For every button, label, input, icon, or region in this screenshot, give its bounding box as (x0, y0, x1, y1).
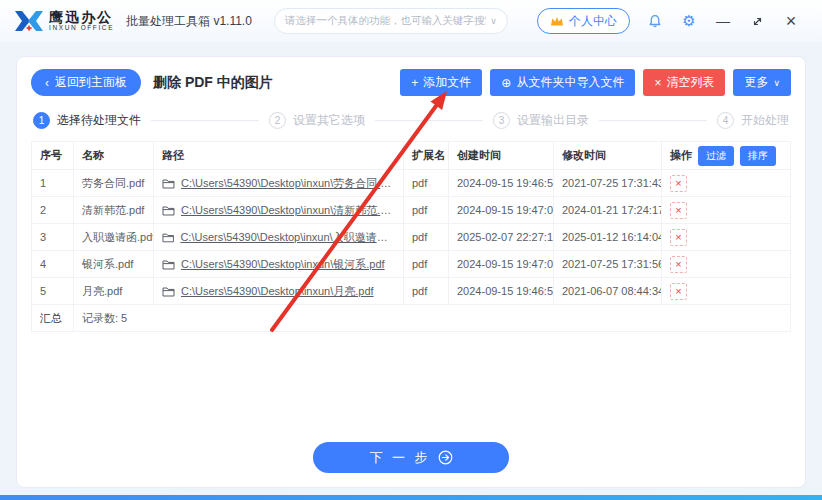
cell-actions: × (662, 197, 791, 224)
delete-row-button[interactable]: × (670, 229, 687, 246)
step-1-label: 选择待处理文件 (57, 112, 141, 129)
next-step-button[interactable]: 下 一 步 (313, 442, 509, 473)
table-row: 1 劳务合同.pdf C:\Users\54390\Desktop\inxun\… (32, 170, 791, 197)
chevron-down-icon: ∨ (490, 16, 497, 26)
cell-path: C:\Users\54390\Desktop\inxun\银河系.pdf (154, 251, 404, 278)
file-path-link[interactable]: C:\Users\54390\Desktop\inxun\银河系.pdf (181, 257, 385, 272)
cell-actions: × (662, 224, 791, 251)
close-button[interactable]: × (774, 6, 808, 36)
table-row: 5 月亮.pdf C:\Users\54390\Desktop\inxun\月亮… (32, 278, 791, 305)
back-button-label: 返回到主面板 (55, 74, 127, 91)
col-actions: 操作 过滤 排序 (662, 142, 791, 170)
cell-created: 2025-02-07 22:27:14 (449, 224, 554, 251)
step-3-label: 设置输出目录 (517, 112, 589, 129)
delete-row-button[interactable]: × (670, 256, 687, 273)
cell-name: 银河系.pdf (74, 251, 154, 278)
cell-actions: × (662, 170, 791, 197)
footer-row: 下 一 步 (31, 442, 791, 477)
delete-row-button[interactable]: × (670, 202, 687, 219)
step-connector (599, 120, 707, 121)
step-2-number: 2 (269, 112, 286, 129)
delete-row-button[interactable]: × (670, 283, 687, 300)
sort-button[interactable]: 排序 (740, 146, 776, 166)
minimize-button[interactable]: — (706, 6, 740, 36)
cell-path: C:\Users\54390\Desktop\inxun\清新韩范.pdf (154, 197, 404, 224)
cell-created: 2024-09-15 19:46:57 (449, 170, 554, 197)
search-placeholder: 请选择一个具体的功能，也可输入关键字搜索！ (285, 14, 486, 28)
cell-created: 2024-09-15 19:47:00 (449, 251, 554, 278)
app-logo: 鹰迅办公 INXUN OFFICE (14, 9, 114, 33)
cell-modified: 2021-07-25 17:31:43 (554, 170, 662, 197)
delete-row-button[interactable]: × (670, 175, 687, 192)
file-path-link[interactable]: C:\Users\54390\Desktop\inxun\清新韩范.pdf (181, 203, 395, 218)
function-search-select[interactable]: 请选择一个具体的功能，也可输入关键字搜索！ ∨ (274, 8, 508, 34)
file-path-link[interactable]: C:\Users\54390\Desktop\inxun\月亮.pdf (181, 284, 374, 299)
back-to-dashboard-button[interactable]: ‹ 返回到主面板 (31, 69, 141, 96)
folder-icon (162, 205, 175, 216)
step-start-processing: 4 开始处理 (717, 112, 789, 129)
brand-name-en: INXUN OFFICE (49, 24, 114, 32)
filter-button[interactable]: 过滤 (698, 146, 734, 166)
cell-ext: pdf (404, 170, 449, 197)
title-bar: 鹰迅办公 INXUN OFFICE 批量处理工具箱 v1.11.0 请选择一个具… (0, 0, 822, 42)
table-row: 3 入职邀请函.pdf C:\Users\54390\Desktop\inxun… (32, 224, 791, 251)
notification-bell-icon[interactable] (638, 6, 672, 36)
folder-icon (162, 259, 175, 270)
page-title: 删除 PDF 中的图片 (153, 74, 273, 92)
file-path-link[interactable]: C:\Users\54390\Desktop\inxun\劳务合同.pdf (181, 176, 395, 191)
cell-modified: 2024-01-21 17:24:17 (554, 197, 662, 224)
cell-ext: pdf (404, 278, 449, 305)
chevron-left-icon: ‹ (45, 76, 49, 90)
brand-name-cn: 鹰迅办公 (49, 10, 114, 24)
cell-name: 劳务合同.pdf (74, 170, 154, 197)
step-2-label: 设置其它选项 (293, 112, 365, 129)
step-other-options: 2 设置其它选项 (269, 112, 365, 129)
add-file-button[interactable]: + 添加文件 (400, 69, 482, 96)
cell-path: C:\Users\54390\Desktop\inxun\入职邀请函.pdf (154, 224, 404, 251)
action-toolbar: ‹ 返回到主面板 删除 PDF 中的图片 + 添加文件 ⊕ 从文件夹中导入文件 … (31, 69, 791, 96)
step-output-dir: 3 设置输出目录 (493, 112, 589, 129)
folder-icon (162, 232, 174, 243)
personal-center-button[interactable]: 个人中心 (537, 8, 630, 34)
more-label: 更多 (744, 74, 768, 91)
settings-gear-icon[interactable]: ⚙ (672, 6, 706, 36)
import-circle-icon: ⊕ (501, 76, 511, 90)
folder-icon (162, 286, 175, 297)
more-button[interactable]: 更多 ∨ (733, 69, 791, 96)
col-ext: 扩展名 (404, 142, 449, 170)
file-path-link[interactable]: C:\Users\54390\Desktop\inxun\入职邀请函.pdf (180, 230, 395, 245)
import-from-folder-button[interactable]: ⊕ 从文件夹中导入文件 (490, 69, 635, 96)
cell-index: 4 (32, 251, 74, 278)
cell-modified: 2021-07-25 17:31:56 (554, 251, 662, 278)
next-step-label: 下 一 步 (369, 449, 430, 467)
cell-ext: pdf (404, 197, 449, 224)
add-file-label: 添加文件 (423, 74, 471, 91)
maximize-button[interactable] (740, 6, 774, 36)
col-name: 名称 (74, 142, 154, 170)
cell-name: 入职邀请函.pdf (74, 224, 154, 251)
plus-icon: + (411, 76, 418, 90)
resize-icon (751, 15, 764, 28)
cell-index: 1 (32, 170, 74, 197)
personal-center-label: 个人中心 (569, 13, 617, 30)
col-modified: 修改时间 (554, 142, 662, 170)
cell-index: 5 (32, 278, 74, 305)
step-1-number: 1 (33, 112, 50, 129)
cell-modified: 2021-06-07 08:44:34 (554, 278, 662, 305)
clear-x-icon: × (654, 76, 661, 90)
main-panel: ‹ 返回到主面板 删除 PDF 中的图片 + 添加文件 ⊕ 从文件夹中导入文件 … (16, 56, 806, 488)
brand-text: 鹰迅办公 INXUN OFFICE (49, 10, 114, 32)
logo-icon (14, 9, 44, 33)
cell-name: 月亮.pdf (74, 278, 154, 305)
step-3-number: 3 (493, 112, 510, 129)
clear-list-label: 清空列表 (666, 74, 714, 91)
table-header-row: 序号 名称 路径 扩展名 创建时间 修改时间 操作 过滤 排序 (32, 142, 791, 170)
cell-ext: pdf (404, 251, 449, 278)
step-connector (151, 120, 259, 121)
steps-bar: 1 选择待处理文件 2 设置其它选项 3 设置输出目录 4 开始处理 (33, 112, 789, 129)
import-from-folder-label: 从文件夹中导入文件 (516, 74, 624, 91)
clear-list-button[interactable]: × 清空列表 (643, 69, 725, 96)
cell-name: 清新韩范.pdf (74, 197, 154, 224)
col-actions-label: 操作 (670, 148, 692, 163)
step-4-number: 4 (717, 112, 734, 129)
